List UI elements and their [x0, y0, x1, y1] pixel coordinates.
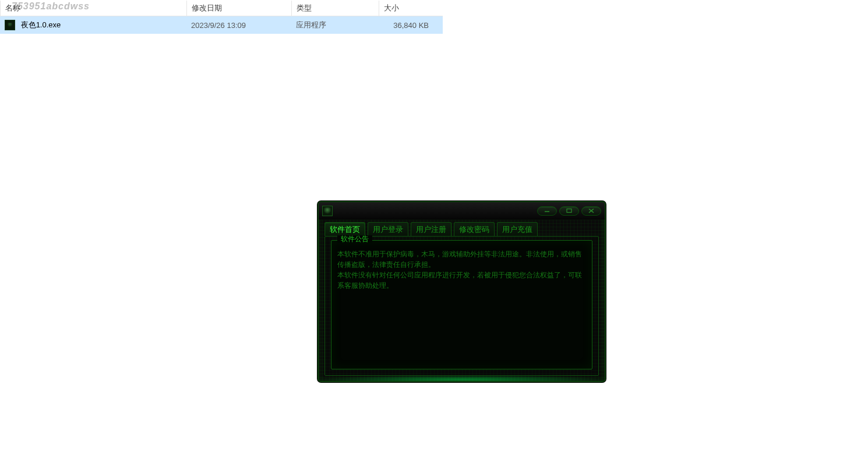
notice-text: 本软件不准用于保护病毒，木马，游戏辅助外挂等非法用途。非法使用，或销售传播盗版，…	[337, 249, 586, 291]
titlebar[interactable]	[319, 202, 605, 220]
app-icon	[322, 206, 333, 216]
notice-legend: 软件公告	[337, 235, 372, 242]
notice-fieldset: 软件公告 本软件不准用于保护病毒，木马，游戏辅助外挂等非法用途。非法使用，或销售…	[331, 240, 592, 369]
explorer-header: 753951abcdwss 名称 修改日期 类型 大小	[0, 0, 443, 16]
file-explorer: 753951abcdwss 名称 修改日期 类型 大小 夜色1.0.exe 20…	[0, 0, 443, 34]
column-header-name[interactable]: 名称	[0, 1, 186, 16]
minimize-button[interactable]	[537, 206, 557, 216]
close-button[interactable]	[581, 206, 601, 216]
file-size-cell: 36,840 KB	[379, 19, 437, 32]
maximize-icon	[566, 208, 573, 214]
content-panel: 软件公告 本软件不准用于保护病毒，木马，游戏辅助外挂等非法用途。非法使用，或销售…	[324, 236, 599, 376]
file-date-cell: 2023/9/26 13:09	[186, 19, 291, 32]
exe-file-icon	[5, 20, 15, 30]
app-window: 软件首页 用户登录 用户注册 修改密码 用户充值 软件公告 本软件不准用于保护病…	[317, 201, 606, 382]
close-icon	[588, 208, 595, 214]
column-header-name-label: 名称	[5, 3, 20, 12]
tab-recharge[interactable]: 用户充值	[497, 222, 538, 236]
file-name-cell: 夜色1.0.exe	[0, 17, 186, 33]
tab-login[interactable]: 用户登录	[368, 222, 408, 236]
tab-register[interactable]: 用户注册	[411, 222, 451, 236]
tab-home[interactable]: 软件首页	[324, 222, 365, 236]
file-type-cell: 应用程序	[291, 17, 379, 33]
maximize-button[interactable]	[559, 206, 579, 216]
window-controls	[537, 206, 601, 216]
minimize-icon	[544, 209, 551, 213]
tab-change-password[interactable]: 修改密码	[454, 222, 495, 236]
column-header-date[interactable]: 修改日期	[186, 1, 291, 16]
tab-bar: 软件首页 用户登录 用户注册 修改密码 用户充值	[319, 220, 605, 236]
column-header-size[interactable]: 大小	[379, 1, 437, 16]
svg-rect-1	[567, 209, 571, 213]
file-name-text: 夜色1.0.exe	[21, 20, 61, 29]
column-header-type[interactable]: 类型	[291, 1, 379, 16]
file-row[interactable]: 夜色1.0.exe 2023/9/26 13:09 应用程序 36,840 KB	[0, 16, 443, 34]
